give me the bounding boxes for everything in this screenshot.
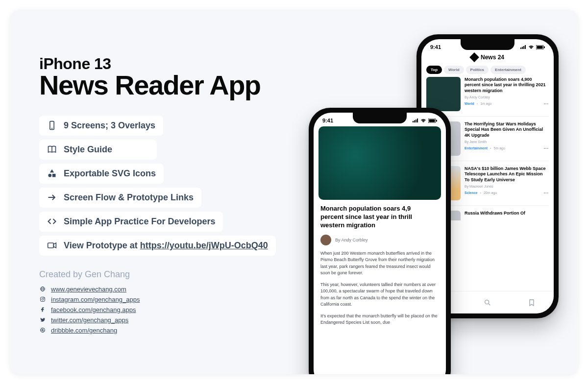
phone-article: 9:41 Monarch population soars 4,9percent… [309, 108, 451, 374]
feature-label: 9 Screens; 3 Overlays [64, 120, 155, 131]
book-icon [47, 144, 57, 154]
facebook-icon [39, 306, 46, 313]
article-paragraph: When just 200 Western monarch butterflie… [320, 250, 439, 277]
globe-icon [39, 286, 46, 292]
card-category: World [465, 102, 474, 105]
wifi-icon [528, 45, 534, 49]
card-thumbnail [426, 77, 461, 111]
article-author-row: By Andy Corbley [314, 230, 446, 250]
svg-point-13 [42, 298, 44, 300]
article-paragraph: This year, however, volunteers tallied t… [320, 282, 439, 308]
social-row: twitter.com/genchang_apps [39, 316, 333, 324]
status-time: 9:41 [430, 44, 441, 50]
promo-card: iPhone 13 News Reader App 9 Screens; 3 O… [10, 10, 578, 374]
app-brand: News 24 [421, 54, 554, 61]
article-hero-image [318, 126, 441, 200]
card-title: NASA's $10 billion James Webb Space Tele… [465, 166, 549, 183]
card-title: Monarch population soars 4,900 percent s… [465, 77, 549, 94]
svg-rect-17 [522, 47, 523, 49]
card-time: 20m ago [484, 191, 497, 194]
news-card[interactable]: Monarch population soars 4,900 percent s… [426, 77, 549, 117]
svg-rect-28 [417, 119, 418, 122]
twitter-icon [39, 316, 46, 323]
card-more-icon[interactable]: ••• [544, 102, 549, 105]
credit-line: Created by Gen Chang [39, 269, 333, 280]
social-link[interactable]: instagram.com/genchang_apps [51, 296, 140, 303]
wifi-icon [420, 119, 426, 122]
search-tab-icon[interactable] [484, 299, 491, 307]
battery-icon [428, 119, 437, 123]
category-chip[interactable]: Entertainment [490, 66, 526, 74]
feature-label[interactable]: View Prototype at https://youtu.be/jWpU-… [64, 240, 268, 251]
phone-notch [461, 39, 514, 50]
social-row: www.genevievechang.com [39, 286, 333, 293]
svg-rect-27 [416, 120, 416, 122]
category-chip[interactable]: World [444, 66, 464, 74]
author-name: By Andy Corbley [335, 238, 368, 242]
social-row: dribbble.com/genchang [39, 327, 333, 334]
card-byline: By Jane Smith [465, 140, 549, 144]
svg-point-4 [49, 174, 52, 177]
card-more-icon[interactable]: ••• [544, 146, 549, 150]
feature-label: Simple App Practice For Developers [64, 216, 215, 227]
category-chips: TopWorldPoliticsEntertainment [421, 61, 554, 77]
feature-row: Exportable SVG Icons [39, 164, 164, 184]
feature-label: Screen Flow & Prototype Links [64, 192, 194, 203]
card-time: 1m ago [480, 102, 491, 105]
phone-notch [353, 113, 407, 123]
bookmark-tab-icon[interactable] [528, 299, 536, 307]
card-meta: Science•20m ago••• [465, 191, 549, 194]
feature-list: 9 Screens; 3 OverlaysStyle GuideExportab… [39, 116, 333, 256]
card-body: NASA's $10 billion James Webb Space Tele… [465, 166, 549, 200]
battery-icon [536, 45, 545, 49]
category-chip[interactable]: Top [426, 66, 442, 74]
svg-rect-19 [525, 45, 526, 49]
instagram-icon [39, 296, 46, 303]
left-column: iPhone 13 News Reader App 9 Screens; 3 O… [39, 55, 333, 334]
card-body: Russia Withdraws Portion Of [465, 211, 549, 216]
social-link[interactable]: www.genevievechang.com [51, 286, 126, 293]
svg-rect-5 [52, 174, 56, 177]
svg-marker-3 [50, 169, 54, 173]
feature-label: Style Guide [64, 144, 112, 155]
feature-row: Style Guide [39, 140, 157, 160]
cellular-icon [413, 119, 418, 122]
card-byline: By Maureen Jones [465, 185, 549, 188]
feature-row: Simple App Practice For Developers [39, 212, 223, 232]
svg-rect-22 [544, 46, 545, 48]
phone-icon [47, 120, 57, 130]
status-time: 9:41 [322, 118, 333, 123]
social-row: facebook.com/genchang.apps [39, 306, 333, 313]
svg-rect-30 [429, 119, 435, 122]
code-icon [47, 216, 57, 226]
card-category: Science [465, 191, 477, 194]
svg-rect-7 [48, 243, 54, 248]
svg-marker-8 [53, 243, 56, 248]
card-meta: World•1m ago••• [465, 102, 549, 105]
author-avatar [320, 235, 331, 245]
status-icons [413, 118, 437, 123]
card-time: 5m ago [494, 146, 505, 150]
social-row: instagram.com/genchang_apps [39, 296, 333, 303]
svg-rect-18 [523, 46, 524, 49]
phone-mockups: 9:41 News 24 TopWorldPoliticsEntertainme… [309, 34, 573, 367]
feature-row: Screen Flow & Prototype Links [39, 188, 201, 208]
card-more-icon[interactable]: ••• [544, 191, 549, 194]
video-icon [47, 240, 57, 250]
social-link[interactable]: dribbble.com/genchang [51, 327, 117, 334]
card-title: The Horrifying Star Wars Holidays Specia… [465, 121, 549, 138]
svg-line-24 [489, 304, 490, 305]
dribbble-icon [39, 327, 46, 334]
svg-rect-31 [436, 120, 437, 121]
card-title: Russia Withdraws Portion Of [465, 211, 549, 216]
prototype-link[interactable]: https://youtu.be/jWpU-OcbQ40 [140, 240, 268, 250]
svg-rect-26 [414, 120, 415, 123]
social-links: www.genevievechang.cominstagram.com/genc… [39, 286, 333, 334]
category-chip[interactable]: Politics [466, 66, 489, 74]
article-paragraph: It's expected that the monarch butterfly… [320, 313, 439, 326]
social-link[interactable]: twitter.com/genchang_apps [51, 316, 128, 324]
card-body: The Horrifying Star Wars Holidays Specia… [465, 121, 549, 156]
article-body: When just 200 Western monarch butterflie… [314, 250, 446, 326]
brand-name: News 24 [481, 54, 504, 61]
social-link[interactable]: facebook.com/genchang.apps [51, 306, 136, 313]
